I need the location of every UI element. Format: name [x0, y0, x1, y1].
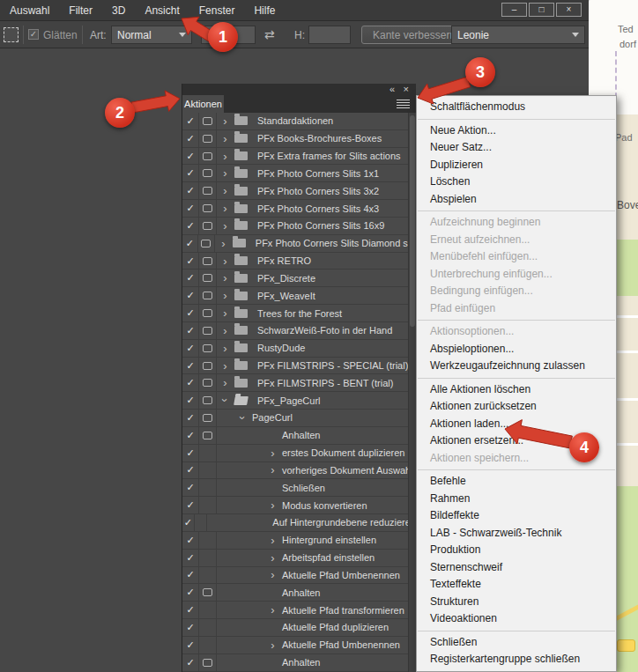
- action-label[interactable]: Anhalten: [282, 657, 320, 668]
- menu-item[interactable]: Aktionen laden...: [417, 416, 616, 433]
- dialog-toggle[interactable]: [199, 619, 217, 636]
- action-label[interactable]: PFx_WeaveIt: [257, 291, 315, 301]
- item-enable-toggle[interactable]: ✓: [182, 130, 199, 147]
- action-row[interactable]: ✓›vorheriges Dokument Auswahl: [182, 462, 416, 480]
- item-enable-toggle[interactable]: ✓: [182, 113, 199, 129]
- action-label[interactable]: Aktuelle Pfad Umbenennen: [282, 639, 400, 650]
- panel-scrollbar[interactable]: [408, 113, 416, 672]
- action-label[interactable]: PFx_Discrete: [257, 273, 315, 284]
- dialog-toggle[interactable]: [199, 340, 217, 357]
- item-enable-toggle[interactable]: ✓: [182, 253, 199, 270]
- action-row[interactable]: ✓›PFx FILMSTRIPS - BENT (trial): [182, 374, 416, 392]
- action-label[interactable]: PFx Photo Corners Slits 16x9: [257, 220, 384, 231]
- menu-item[interactable]: Rahmen: [417, 491, 616, 508]
- menu-3d[interactable]: 3D: [102, 0, 135, 21]
- menu-item[interactable]: Neuer Satz...: [417, 139, 616, 157]
- item-enable-toggle[interactable]: ✓: [182, 305, 199, 321]
- menu-item[interactable]: Videoaktionen: [417, 610, 616, 628]
- item-enable-toggle[interactable]: ✓: [182, 550, 199, 566]
- scrollbar-thumb[interactable]: [410, 115, 415, 327]
- action-row[interactable]: ✓›PFx Photo Corners Slits 1x1: [182, 165, 416, 182]
- dialog-toggle[interactable]: [199, 322, 217, 339]
- menu-item[interactable]: Werkzeugaufzeichnung zulassen: [417, 358, 616, 375]
- dialog-toggle[interactable]: [199, 358, 217, 374]
- action-label[interactable]: erstes Dokument duplizieren: [282, 447, 404, 458]
- action-label[interactable]: Schließen: [282, 483, 325, 493]
- menu-filter[interactable]: Filter: [59, 0, 102, 21]
- menu-item[interactable]: Schaltflächenmodus: [417, 99, 616, 116]
- action-label[interactable]: Hintergrund einstellen: [282, 535, 376, 545]
- menu-auswahl[interactable]: Auswahl: [0, 0, 59, 21]
- action-row[interactable]: ✓›Arbeitspfad einstellen: [182, 550, 416, 567]
- collapse-panel-icon[interactable]: «: [389, 84, 394, 94]
- minimize-button[interactable]: –: [501, 3, 527, 17]
- menu-item[interactable]: Alle Aktionen löschen: [417, 381, 616, 399]
- menu-item[interactable]: Schließen: [417, 634, 616, 652]
- action-label[interactable]: Aktuelle Pfad Umbenennen: [282, 570, 400, 580]
- workspace-select[interactable]: Leonie: [451, 26, 585, 44]
- collapse-arrow-icon[interactable]: ›: [237, 413, 249, 423]
- action-row[interactable]: ✓›PageCurl: [182, 410, 416, 427]
- action-row[interactable]: ✓›Auf Hintergrundebene reduzieren: [182, 514, 416, 532]
- maximize-button[interactable]: □: [529, 3, 554, 17]
- item-enable-toggle[interactable]: ✓: [182, 654, 199, 671]
- action-row[interactable]: ✓›Aktuelle Pfad transformieren: [182, 602, 416, 619]
- expand-arrow-icon[interactable]: ›: [219, 238, 228, 249]
- item-enable-toggle[interactable]: ✓: [182, 514, 195, 531]
- dialog-toggle[interactable]: [199, 200, 217, 217]
- action-row[interactable]: ✓›erstes Dokument duplizieren: [182, 445, 416, 462]
- action-label[interactable]: Anhalten: [282, 587, 320, 598]
- action-row[interactable]: ✓›Aktuelle Pfad duplizieren: [182, 619, 416, 637]
- menu-item[interactable]: Neue Aktion...: [417, 122, 616, 140]
- dialog-toggle[interactable]: [199, 270, 217, 286]
- close-panel-icon[interactable]: ×: [404, 84, 409, 94]
- item-enable-toggle[interactable]: ✓: [182, 165, 199, 181]
- menu-item[interactable]: Registerkartengruppe schließen: [417, 651, 616, 668]
- dialog-toggle[interactable]: [199, 148, 217, 165]
- expand-arrow-icon[interactable]: ›: [220, 290, 230, 301]
- action-row[interactable]: ✓›SchwarzWeiß-Foto in der Hand: [182, 322, 416, 340]
- action-row[interactable]: ✓›PFx_PageCurl: [182, 392, 416, 410]
- dialog-toggle[interactable]: [199, 567, 217, 584]
- menu-item[interactable]: Texteffekte: [417, 576, 616, 594]
- dialog-toggle[interactable]: [199, 165, 217, 181]
- dialog-toggle[interactable]: [199, 374, 217, 391]
- item-enable-toggle[interactable]: ✓: [182, 497, 199, 513]
- dialog-toggle[interactable]: [199, 253, 217, 270]
- item-enable-toggle[interactable]: ✓: [182, 148, 199, 165]
- dialog-toggle[interactable]: [199, 602, 217, 618]
- item-enable-toggle[interactable]: ✓: [182, 637, 199, 654]
- action-label[interactable]: Auf Hintergrundebene reduzieren: [272, 517, 416, 528]
- expand-arrow-icon[interactable]: ›: [220, 115, 230, 127]
- action-row[interactable]: ✓›PFx_Discrete: [182, 270, 416, 287]
- item-enable-toggle[interactable]: ✓: [182, 567, 199, 584]
- item-enable-toggle[interactable]: ✓: [182, 532, 199, 549]
- dialog-toggle[interactable]: [199, 584, 217, 601]
- item-enable-toggle[interactable]: ✓: [182, 584, 199, 601]
- action-row[interactable]: ✓›PFx RETRO: [182, 253, 416, 270]
- expand-arrow-icon[interactable]: ›: [268, 639, 278, 651]
- dialog-toggle[interactable]: [199, 497, 217, 513]
- action-label[interactable]: PFx RETRO: [257, 255, 311, 266]
- item-enable-toggle[interactable]: ✓: [182, 340, 199, 357]
- item-enable-toggle[interactable]: ✓: [182, 374, 199, 391]
- dialog-toggle[interactable]: [198, 235, 215, 252]
- action-label[interactable]: PFx Photo Corners Slits Diamond s...: [256, 238, 416, 248]
- menu-item[interactable]: Strukturen: [417, 594, 616, 611]
- expand-arrow-icon[interactable]: ›: [220, 151, 230, 162]
- menu-item[interactable]: Bildeffekte: [417, 507, 616, 525]
- dialog-toggle[interactable]: [199, 410, 217, 426]
- expand-arrow-icon[interactable]: ›: [220, 255, 230, 267]
- item-enable-toggle[interactable]: ✓: [182, 182, 199, 199]
- item-enable-toggle[interactable]: ✓: [182, 287, 199, 304]
- item-enable-toggle[interactable]: ✓: [182, 427, 199, 444]
- expand-arrow-icon[interactable]: ›: [268, 447, 278, 459]
- action-row[interactable]: ✓›Aktuelle Pfad Umbenennen: [182, 637, 416, 654]
- action-label[interactable]: Modus konvertieren: [282, 500, 367, 511]
- action-row[interactable]: ✓›Modus konvertieren: [182, 497, 416, 514]
- action-label[interactable]: PFx_PageCurl: [257, 395, 321, 406]
- item-enable-toggle[interactable]: ✓: [182, 235, 198, 252]
- expand-arrow-icon[interactable]: ›: [268, 464, 278, 476]
- tab-aktionen[interactable]: Aktionen: [182, 95, 224, 113]
- action-row[interactable]: ✓›Anhalten: [182, 584, 416, 602]
